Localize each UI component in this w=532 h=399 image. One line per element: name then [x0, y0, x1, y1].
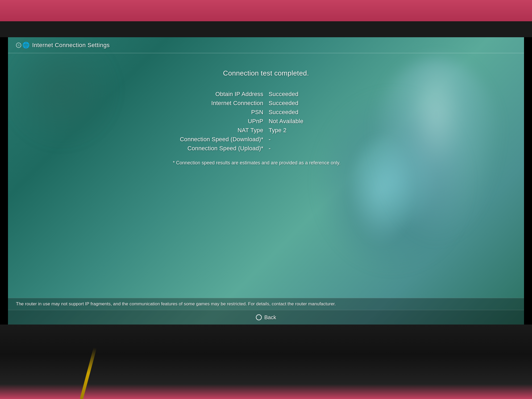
table-row: PSN Succeeded: [173, 109, 359, 116]
table-row: Connection Speed (Upload)* -: [173, 145, 359, 152]
monitor-frame-bottom: [0, 325, 532, 399]
monitor-frame-top: [0, 21, 532, 37]
row-value-3: Not Available: [269, 118, 304, 125]
main-content: Connection test completed. Obtain IP Add…: [8, 53, 524, 303]
speed-note: * Connection speed results are estimates…: [173, 159, 354, 167]
header: ⊙ 🌐 Internet Connection Settings: [8, 37, 524, 53]
results-table: Obtain IP Address Succeeded Internet Con…: [173, 91, 359, 167]
row-label-4: NAT Type: [173, 127, 269, 134]
row-value-1: Succeeded: [269, 100, 298, 107]
back-button[interactable]: Back: [256, 314, 276, 321]
row-value-2: Succeeded: [269, 109, 298, 116]
row-value-6: -: [269, 145, 271, 152]
tv-screen: ⊙ 🌐 Internet Connection Settings Connect…: [8, 37, 524, 325]
table-row: NAT Type Type 2: [173, 127, 359, 134]
row-label-5: Connection Speed (Download)*: [173, 136, 269, 143]
globe-icon: 🌐: [22, 42, 30, 49]
ps-icon: ⊙: [16, 43, 21, 48]
table-row: Connection Speed (Download)* -: [173, 136, 359, 143]
row-label-3: UPnP: [173, 118, 269, 125]
table-row: Obtain IP Address Succeeded: [173, 91, 359, 98]
back-bar[interactable]: Back: [8, 310, 524, 325]
table-row: UPnP Not Available: [173, 118, 359, 125]
table-row: Internet Connection Succeeded: [173, 100, 359, 107]
warning-bar: The router in use may not support IP fra…: [8, 298, 524, 310]
connection-status-title: Connection test completed.: [223, 69, 309, 77]
row-value-4: Type 2: [269, 127, 286, 134]
row-value-0: Succeeded: [269, 91, 298, 98]
top-real-world-bar: [0, 0, 532, 21]
row-value-5: -: [269, 136, 271, 143]
row-label-1: Internet Connection: [173, 100, 269, 107]
back-label: Back: [264, 314, 276, 321]
row-label-2: PSN: [173, 109, 269, 116]
page-title: Internet Connection Settings: [32, 42, 110, 49]
stick-decoration: [80, 347, 97, 399]
row-label-0: Obtain IP Address: [173, 91, 269, 98]
row-label-6: Connection Speed (Upload)*: [173, 145, 269, 152]
warning-text: The router in use may not support IP fra…: [16, 301, 336, 306]
circle-button-icon: [256, 314, 262, 320]
